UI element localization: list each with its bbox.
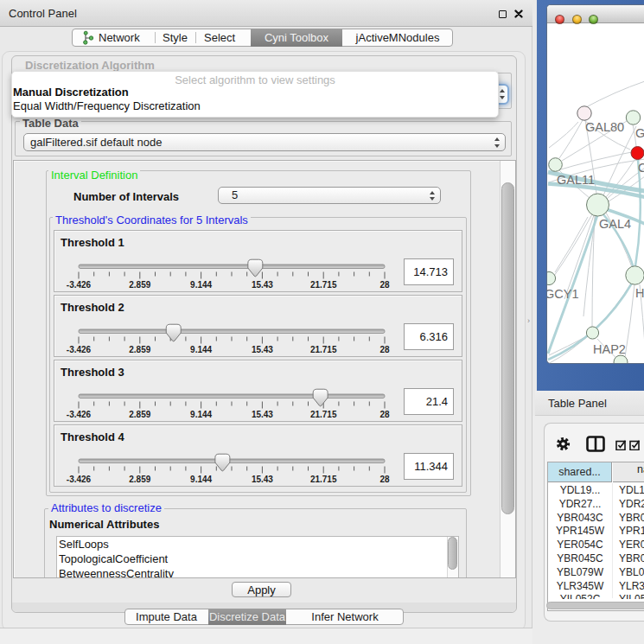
svg-text:2.859: 2.859 <box>129 410 150 419</box>
svg-text:28: 28 <box>379 345 390 354</box>
svg-text:9.144: 9.144 <box>190 280 212 290</box>
svg-text:15.43: 15.43 <box>252 475 273 484</box>
svg-text:GCY1: GCY1 <box>547 287 579 301</box>
svg-text:28: 28 <box>379 280 390 290</box>
svg-text:2.859: 2.859 <box>129 345 150 354</box>
svg-text:15.43: 15.43 <box>252 280 273 290</box>
svg-text:21.715: 21.715 <box>310 475 337 484</box>
svg-text:GA: GA <box>635 126 644 140</box>
svg-text:28: 28 <box>379 410 390 419</box>
svg-text:21.715: 21.715 <box>310 280 337 290</box>
svg-text:-3.426: -3.426 <box>67 475 92 484</box>
svg-text:C: C <box>638 161 644 175</box>
svg-text:2.859: 2.859 <box>129 280 150 290</box>
svg-text:9.144: 9.144 <box>190 475 212 484</box>
svg-text:15.43: 15.43 <box>252 345 273 354</box>
svg-text:GAL80: GAL80 <box>585 120 624 134</box>
svg-text:GAL11: GAL11 <box>557 173 595 187</box>
svg-text:-3.426: -3.426 <box>67 410 92 419</box>
svg-text:15.43: 15.43 <box>252 410 273 419</box>
svg-text:GAL4: GAL4 <box>599 217 631 231</box>
svg-text:9.144: 9.144 <box>190 345 212 354</box>
svg-text:H: H <box>635 286 644 300</box>
svg-text:21.715: 21.715 <box>310 345 337 354</box>
svg-text:28: 28 <box>379 475 390 484</box>
svg-text:2.859: 2.859 <box>129 475 150 484</box>
svg-text:HAP2: HAP2 <box>593 342 626 356</box>
svg-text:9.144: 9.144 <box>190 410 212 419</box>
svg-text:21.715: 21.715 <box>310 410 337 419</box>
svg-text:-3.426: -3.426 <box>67 280 92 290</box>
svg-text:-3.426: -3.426 <box>67 345 92 354</box>
